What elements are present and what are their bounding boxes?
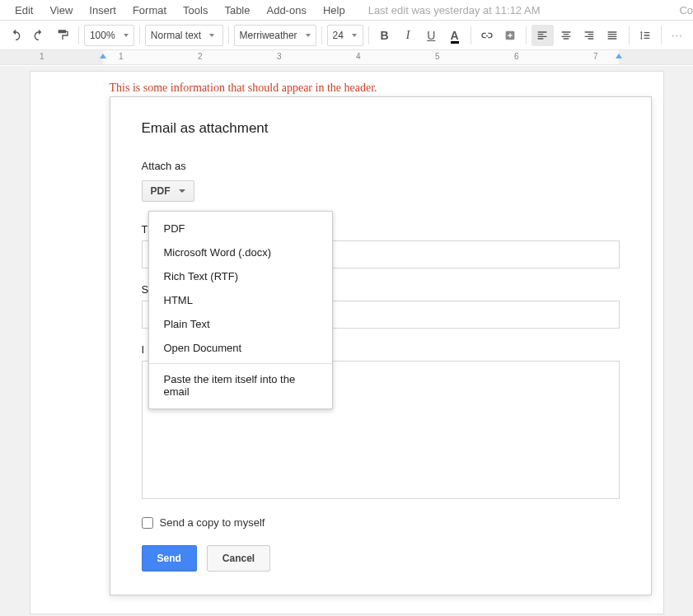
undo-button[interactable] bbox=[5, 25, 26, 46]
ruler-left-margin bbox=[0, 50, 103, 64]
indent-marker-left[interactable] bbox=[100, 54, 106, 58]
menu-tools[interactable]: Tools bbox=[175, 1, 216, 20]
dialog-title: Email as attachment bbox=[142, 120, 620, 137]
indent-marker-right[interactable] bbox=[616, 54, 622, 58]
attach-format-value: PDF bbox=[151, 185, 171, 197]
line-spacing-button[interactable] bbox=[634, 25, 655, 46]
toolbar-separator bbox=[471, 26, 471, 44]
zoom-value: 100% bbox=[90, 30, 115, 41]
comments-button-partial[interactable]: Co bbox=[679, 4, 693, 16]
redo-icon bbox=[32, 29, 45, 42]
send-copy-label: Send a copy to myself bbox=[160, 516, 265, 529]
align-center-icon bbox=[560, 29, 573, 42]
font-size-value: 24 bbox=[333, 30, 344, 41]
paragraph-style-select[interactable]: Normal text bbox=[145, 25, 223, 46]
toolbar-separator bbox=[321, 26, 322, 44]
format-option-rtf[interactable]: Rich Text (RTF) bbox=[149, 264, 332, 288]
attach-as-label: Attach as bbox=[142, 160, 620, 172]
email-attachment-dialog: Email as attachment Attach as PDF T S I … bbox=[110, 96, 652, 595]
to-label: T bbox=[142, 223, 148, 236]
paint-roller-icon bbox=[56, 29, 69, 42]
text-color-icon: A bbox=[451, 29, 459, 42]
ruler-tick: 1 bbox=[40, 52, 44, 61]
more-toolbar-button[interactable]: ··· bbox=[667, 25, 688, 46]
ruler-tick: 1 bbox=[119, 52, 124, 61]
caret-down-icon bbox=[124, 34, 129, 37]
horizontal-ruler[interactable]: 1 1 2 3 4 5 6 7 bbox=[0, 50, 693, 65]
ruler-tick: 4 bbox=[356, 52, 361, 61]
message-label: I bbox=[142, 343, 145, 356]
last-edit-status[interactable]: Last edit was yesterday at 11:12 AM bbox=[368, 4, 541, 16]
toolbar-separator bbox=[368, 26, 369, 44]
menu-format[interactable]: Format bbox=[124, 1, 175, 20]
format-option-paste-inline[interactable]: Paste the item itself into the email bbox=[149, 367, 332, 404]
align-center-button[interactable] bbox=[555, 25, 577, 46]
document-header-text[interactable]: This is some information that should app… bbox=[30, 82, 663, 95]
format-option-docx[interactable]: Microsoft Word (.docx) bbox=[149, 240, 332, 264]
underline-icon: U bbox=[427, 29, 435, 42]
ruler-tick: 5 bbox=[435, 52, 440, 61]
ruler-tick: 2 bbox=[198, 52, 203, 61]
ruler-tick: 3 bbox=[277, 52, 282, 61]
align-left-icon bbox=[536, 29, 549, 42]
menu-help[interactable]: Help bbox=[315, 1, 354, 20]
caret-down-icon bbox=[209, 34, 214, 37]
zoom-select[interactable]: 100% bbox=[84, 25, 134, 46]
menu-addons[interactable]: Add-ons bbox=[258, 1, 314, 20]
toolbar-separator bbox=[228, 26, 229, 44]
menu-bar: Edit View Insert Format Tools Table Add-… bbox=[0, 0, 693, 21]
align-justify-icon bbox=[606, 29, 619, 42]
redo-button[interactable] bbox=[28, 25, 49, 46]
format-option-odt[interactable]: Open Document bbox=[149, 336, 332, 360]
font-size-select[interactable]: 24 bbox=[327, 25, 363, 46]
more-icon: ··· bbox=[672, 29, 683, 41]
line-spacing-icon bbox=[639, 29, 652, 42]
font-family-value: Merriweather bbox=[240, 30, 297, 41]
dropdown-separator bbox=[149, 363, 332, 364]
paint-format-button[interactable] bbox=[52, 25, 73, 46]
underline-button[interactable]: U bbox=[420, 25, 442, 46]
font-family-select[interactable]: Merriweather bbox=[234, 25, 316, 46]
cancel-button[interactable]: Cancel bbox=[207, 545, 270, 572]
toolbar-separator bbox=[139, 26, 140, 44]
insert-comment-button[interactable] bbox=[499, 25, 521, 46]
text-color-button[interactable]: A bbox=[443, 25, 465, 46]
format-option-plaintext[interactable]: Plain Text bbox=[149, 312, 332, 336]
toolbar-separator bbox=[526, 26, 527, 44]
menu-table[interactable]: Table bbox=[216, 1, 258, 20]
menu-insert[interactable]: Insert bbox=[81, 1, 124, 20]
caret-down-icon bbox=[306, 34, 311, 37]
paragraph-style-value: Normal text bbox=[151, 30, 201, 41]
toolbar-separator bbox=[78, 26, 79, 44]
menu-view[interactable]: View bbox=[41, 1, 81, 20]
ruler-right-margin bbox=[619, 50, 693, 64]
bold-icon: B bbox=[381, 29, 389, 42]
menu-edit[interactable]: Edit bbox=[7, 1, 41, 20]
align-justify-button[interactable] bbox=[602, 25, 623, 46]
ruler-tick: 6 bbox=[514, 52, 519, 61]
caret-down-icon bbox=[352, 34, 357, 37]
toolbar: 100% Normal text Merriweather 24 B I U A bbox=[0, 21, 693, 50]
insert-link-button[interactable] bbox=[476, 25, 498, 46]
send-button[interactable]: Send bbox=[142, 545, 197, 572]
document-page[interactable]: This is some information that should app… bbox=[30, 71, 664, 614]
format-option-html[interactable]: HTML bbox=[149, 288, 332, 312]
link-icon bbox=[480, 29, 494, 42]
document-canvas: This is some information that should app… bbox=[0, 66, 693, 616]
toolbar-separator bbox=[629, 26, 630, 44]
align-right-button[interactable] bbox=[578, 25, 600, 46]
comment-plus-icon bbox=[503, 29, 517, 42]
caret-down-icon bbox=[179, 189, 185, 193]
format-option-pdf[interactable]: PDF bbox=[149, 217, 332, 240]
attach-format-dropdown: PDF Microsoft Word (.docx) Rich Text (RT… bbox=[148, 211, 333, 409]
italic-button[interactable]: I bbox=[397, 25, 419, 46]
ruler-tick: 7 bbox=[593, 52, 598, 61]
attach-format-select[interactable]: PDF bbox=[142, 180, 194, 202]
send-copy-checkbox[interactable] bbox=[142, 517, 153, 529]
align-right-icon bbox=[583, 29, 596, 42]
bold-button[interactable]: B bbox=[374, 25, 396, 46]
align-left-button[interactable] bbox=[531, 25, 553, 46]
italic-icon: I bbox=[405, 28, 410, 42]
toolbar-separator bbox=[661, 26, 662, 44]
undo-icon bbox=[9, 29, 22, 42]
